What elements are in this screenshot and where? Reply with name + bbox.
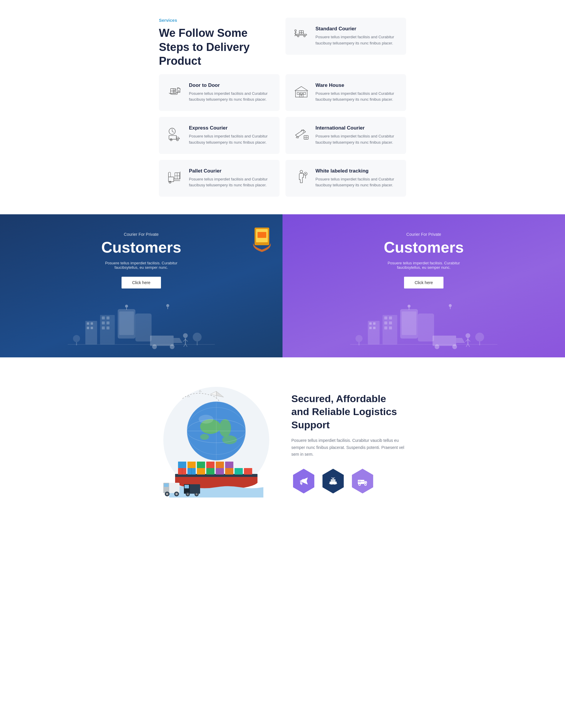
svg-rect-51	[258, 232, 266, 238]
svg-rect-55	[91, 322, 93, 325]
service-card-ware-house: Ware House Posuere tellus imperdiet faci…	[285, 74, 406, 111]
svg-point-152	[175, 493, 178, 495]
svg-point-128	[199, 415, 213, 424]
svg-point-77	[193, 333, 202, 341]
svg-point-121	[219, 419, 231, 437]
door-to-door-title: Door to Door	[189, 82, 273, 88]
svg-rect-59	[102, 316, 105, 319]
svg-rect-66	[119, 311, 134, 335]
cta-right: Courier For Private Customers Posuere te…	[282, 214, 565, 357]
white-labeled-title: White labeled tracking	[315, 168, 399, 174]
services-header: Services We Follow Some Steps to Deliver…	[159, 18, 280, 68]
truck-icon	[357, 475, 368, 487]
service-card-pallet-courier: Pallet Courier Posuere tellus imperdiet …	[159, 160, 280, 197]
cta-right-button[interactable]: Click here	[404, 277, 443, 288]
svg-point-70	[170, 344, 175, 349]
express-courier-desc: Posuere tellus imperdiet facilisis and C…	[189, 133, 273, 146]
standard-courier-desc: Posuere tellus imperdiet facilisis and C…	[315, 34, 399, 47]
svg-point-167	[365, 484, 366, 485]
cta-left: Courier For Private Customers Posuere te…	[0, 214, 282, 357]
door-to-door-icon	[166, 82, 184, 100]
ware-house-desc: Posuere tellus imperdiet facilisis and C…	[315, 91, 399, 103]
svg-rect-142	[216, 462, 224, 468]
svg-point-45	[300, 170, 303, 173]
white-labeled-text: White labeled tracking Posuere tellus im…	[315, 168, 399, 189]
express-courier-title: Express Courier	[189, 125, 273, 131]
international-courier-desc: Posuere tellus imperdiet facilisis and C…	[315, 133, 399, 146]
top-row: Services We Follow Some Steps to Deliver…	[159, 18, 406, 68]
svg-point-47	[305, 173, 306, 174]
svg-point-123	[222, 435, 237, 444]
svg-rect-132	[197, 468, 205, 475]
plane-icon	[298, 475, 309, 487]
svg-point-165	[359, 484, 360, 485]
white-labeled-desc: Posuere tellus imperdiet facilisis and C…	[315, 176, 399, 189]
svg-rect-17	[297, 92, 299, 94]
svg-rect-148	[164, 483, 169, 487]
svg-rect-95	[389, 326, 392, 329]
svg-rect-62	[107, 321, 110, 324]
express-courier-icon	[166, 125, 184, 143]
svg-point-101	[452, 344, 457, 349]
trucks-image	[162, 477, 203, 502]
svg-point-159	[196, 493, 198, 495]
svg-rect-25	[169, 135, 176, 139]
svg-rect-15	[178, 91, 180, 92]
service-card-standard-courier: Standard Courier Posuere tellus imperdie…	[285, 18, 406, 55]
svg-rect-134	[216, 468, 224, 475]
hex-icons-row	[291, 469, 406, 493]
cta-left-subtitle: Courier For Private	[124, 232, 159, 237]
svg-rect-138	[178, 462, 186, 468]
svg-rect-34	[168, 177, 174, 182]
svg-rect-155	[185, 485, 189, 488]
pallet-courier-desc: Posuere tellus imperdiet facilisis and C…	[189, 176, 273, 189]
ship-icon	[327, 475, 339, 487]
cta-left-desc: Posuere tellus imperdiet facilisis. Cura…	[94, 261, 188, 270]
svg-rect-143	[225, 462, 233, 468]
services-title: We Follow Some Steps to Delivery Product	[159, 26, 265, 68]
bottom-description: Posuere tellus imperdiet facilisis. Cura…	[291, 437, 406, 458]
svg-point-102	[465, 333, 470, 338]
svg-point-27	[171, 140, 172, 140]
svg-rect-94	[384, 326, 387, 329]
svg-point-71	[183, 333, 188, 338]
ware-house-text: Ware House Posuere tellus imperdiet faci…	[315, 82, 399, 103]
svg-rect-97	[402, 311, 416, 335]
international-courier-icon	[292, 125, 310, 143]
svg-rect-140	[197, 462, 205, 468]
svg-rect-64	[107, 326, 110, 329]
svg-point-117	[199, 390, 201, 392]
svg-rect-161	[331, 479, 335, 482]
svg-rect-92	[384, 321, 387, 324]
hex-icon-truck	[350, 469, 375, 493]
svg-rect-133	[206, 468, 215, 475]
svg-line-24	[172, 131, 174, 132]
svg-rect-54	[87, 322, 89, 325]
svg-rect-57	[91, 327, 93, 329]
standard-courier-icon	[292, 26, 310, 44]
international-courier-title: International Courier	[315, 125, 399, 131]
svg-point-2	[304, 35, 305, 37]
standard-courier-title: Standard Courier	[315, 26, 399, 32]
cta-section: Courier For Private Customers Posuere te…	[0, 214, 565, 357]
svg-point-112	[407, 305, 410, 308]
cta-left-button[interactable]: Click here	[122, 277, 161, 288]
ware-house-title: Ware House	[315, 82, 399, 88]
services-label: Services	[159, 18, 280, 23]
pallet-courier-title: Pallet Courier	[189, 168, 273, 174]
ware-house-icon	[292, 82, 310, 100]
svg-rect-93	[389, 321, 392, 324]
svg-rect-86	[373, 322, 375, 325]
svg-rect-87	[369, 327, 372, 329]
svg-rect-169	[358, 480, 361, 483]
cta-left-title: Customers	[101, 238, 181, 256]
globe-image	[184, 399, 249, 463]
delivery-scene-right	[306, 297, 541, 357]
door-to-door-desc: Posuere tellus imperdiet facilisis and C…	[189, 91, 273, 103]
service-card-international-courier: International Courier Posuere tellus imp…	[285, 117, 406, 154]
svg-rect-56	[87, 327, 89, 329]
svg-rect-141	[206, 462, 215, 468]
svg-point-81	[125, 305, 128, 308]
international-courier-text: International Courier Posuere tellus imp…	[315, 125, 399, 146]
cta-right-title: Customers	[384, 238, 464, 256]
